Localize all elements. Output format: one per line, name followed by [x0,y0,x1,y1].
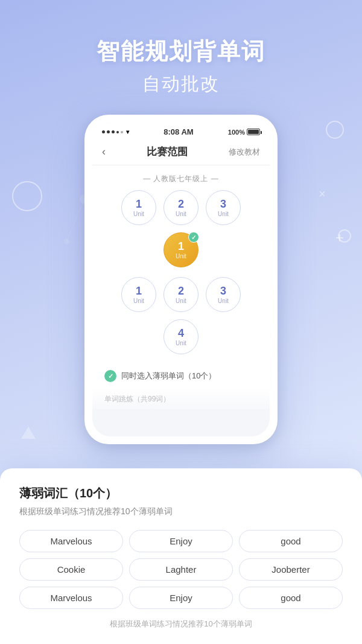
checkbox-text: 同时选入薄弱单词（10个） [121,371,216,381]
deco-circle-1 [12,181,42,211]
unit-item-2-2[interactable]: 2 Unit [164,277,198,312]
word-grid: Marvelous Enjoy good Cookie Laghter Joob… [19,530,343,609]
unit-item-2-4[interactable]: 4 Unit [164,319,198,354]
deco-circle-3 [338,229,351,243]
checkbox-row[interactable]: 同时选入薄弱单词（10个） [92,364,270,388]
status-right: 100% [228,129,260,136]
unit-grid-row2: 1 Unit 2 Unit 3 Unit 4 Unit [92,277,270,364]
unit-item-2-3[interactable]: 3 Unit [206,277,241,312]
wifi-icon: ▾ [126,129,129,135]
signal-dot-2 [107,130,110,133]
word-chip-marvelous-1[interactable]: Marvelous [19,530,123,552]
sheet-footer: 根据班级单词练习情况推荐10个薄弱单词 [19,619,343,630]
status-bar: ▾ 8:08 AM 100% [92,123,270,139]
unit-label: Unit [176,211,186,217]
unit-number: 3 [220,199,226,209]
header-title-line1: 智能规划背单词 [0,36,362,67]
content-area: — 人教版七年级上 — 1 Unit 2 Unit 3 Unit [92,165,270,409]
word-chip-jooberter[interactable]: Jooberter [239,558,343,581]
unit-label: Unit [218,211,229,217]
word-chip-good-2[interactable]: good [239,587,343,609]
header-section: 智能规划背单词 自动批改 [0,0,362,97]
bottom-sheet: 薄弱词汇（10个） 根据班级单词练习情况推荐10个薄弱单词 Marvelous … [0,468,362,644]
unit-label: Unit [176,340,186,346]
word-chip-enjoy-1[interactable]: Enjoy [129,530,233,552]
signal-dot-5 [121,131,123,133]
phone-screen: ▾ 8:08 AM 100% ‹ 比赛范围 修改教材 — 人教版七年级上 — [92,123,270,436]
word-chip-good-1[interactable]: good [239,530,343,552]
svg-point-3 [63,238,69,244]
nav-title: 比赛范围 [147,145,188,159]
unit-label: Unit [176,253,186,260]
sheet-title: 薄弱词汇（10个） [19,485,343,502]
bottom-text: 单词跳炼（共99词） [104,395,170,403]
phone-outer: ▾ 8:08 AM 100% ‹ 比赛范围 修改教材 — 人教版七年级上 — [84,115,278,444]
unit-number: 4 [178,328,184,339]
unit-label: Unit [176,298,186,304]
deco-plus: + [335,229,344,246]
section-label: — 人教版七年级上 — [92,165,270,190]
checkbox-icon [104,370,116,382]
status-left: ▾ [102,129,129,135]
check-badge [188,232,199,243]
unit-number: 1 [178,241,184,252]
unit-label: Unit [218,298,229,304]
unit-item-1-4-selected[interactable]: 1 Unit [164,232,198,267]
svg-line-7 [66,199,84,241]
bottom-blur-area: 单词跳炼（共99词） [92,388,270,409]
battery-fill [248,130,259,134]
header-title-line2: 自动批改 [0,72,362,97]
unit-number: 1 [136,285,142,296]
word-chip-cookie[interactable]: Cookie [19,558,123,581]
unit-label: Unit [133,298,144,304]
deco-triangle [21,427,36,439]
signal-dot-3 [112,130,115,133]
unit-number: 3 [220,285,226,296]
word-chip-marvelous-2[interactable]: Marvelous [19,587,123,609]
status-time: 8:08 AM [164,127,193,136]
nav-bar: ‹ 比赛范围 修改教材 [92,139,270,165]
deco-x: × [319,187,326,201]
unit-item-2-1[interactable]: 1 Unit [121,277,156,312]
battery-percent: 100% [228,129,245,136]
signal-dot-4 [116,131,119,133]
unit-item-1-3[interactable]: 3 Unit [206,190,241,225]
unit-number: 2 [178,285,184,296]
word-chip-enjoy-2[interactable]: Enjoy [129,587,233,609]
phone-mockup: ▾ 8:08 AM 100% ‹ 比赛范围 修改教材 — 人教版七年级上 — [84,115,278,444]
unit-item-1-2[interactable]: 2 Unit [164,190,198,225]
unit-item-1-1[interactable]: 1 Unit [121,190,156,225]
sheet-description: 根据班级单词练习情况推荐10个薄弱单词 [19,505,343,518]
unit-number: 1 [136,199,142,209]
battery-icon [247,129,260,135]
unit-number: 2 [178,199,184,209]
unit-label: Unit [133,211,144,217]
signal-dot-1 [102,130,105,133]
word-chip-laghter[interactable]: Laghter [129,558,233,581]
nav-action-button[interactable]: 修改教材 [229,147,260,158]
back-button[interactable]: ‹ [102,145,106,158]
deco-circle-2 [326,121,344,139]
unit-grid-row1: 1 Unit 2 Unit 3 Unit 1 Unit [92,190,270,277]
